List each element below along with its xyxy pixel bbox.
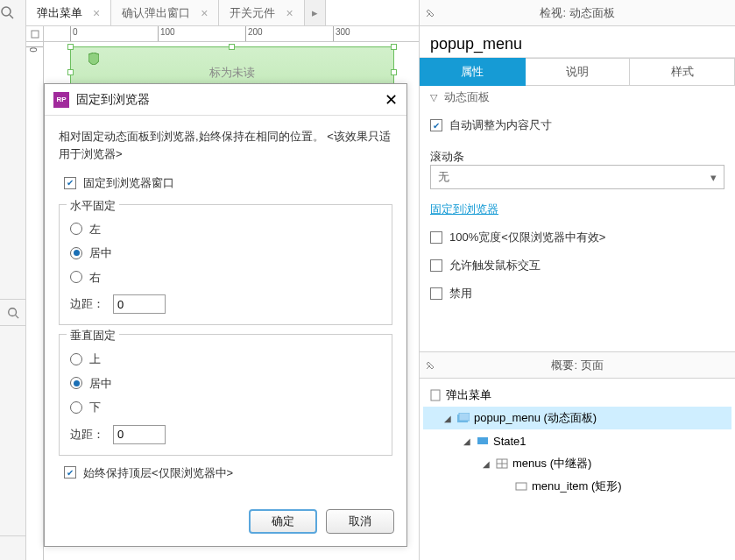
h-margin-label: 边距： <box>70 295 104 313</box>
v-margin-label: 边距： <box>70 426 104 443</box>
outline-state[interactable]: ◢ State1 <box>423 429 731 452</box>
pin-icon[interactable] <box>425 8 435 18</box>
outline-repeater[interactable]: ◢ menus (中继器) <box>423 452 731 475</box>
widget-name-input[interactable] <box>430 35 724 53</box>
rectangle-icon <box>514 482 528 491</box>
pin-icon[interactable] <box>425 360 435 371</box>
search-icon[interactable] <box>0 5 25 19</box>
inspector-panel: 检视: 动态面板 属性 说明 样式 ▽动态面板 自动调整为内容尺寸 滚动条 无▾… <box>419 0 735 560</box>
scrollbar-label: 滚动条 <box>430 149 724 165</box>
radio-top[interactable]: 上 <box>70 351 381 368</box>
close-icon[interactable]: × <box>286 6 293 20</box>
widget-name-field[interactable] <box>420 26 735 58</box>
svg-rect-8 <box>477 437 488 444</box>
svg-point-0 <box>2 7 11 16</box>
twisty-icon[interactable]: ◢ <box>442 414 453 423</box>
pin-checkbox[interactable]: 固定到浏览器窗口 <box>64 174 392 192</box>
autosize-checkbox[interactable]: 自动调整为内容尺寸 <box>430 117 724 133</box>
radio-bottom[interactable]: 下 <box>70 399 381 416</box>
svg-rect-12 <box>516 483 527 490</box>
page-tab-3[interactable]: 开关元件× <box>219 0 304 25</box>
width100-checkbox[interactable]: 100%宽度<仅限浏览器中有效> <box>430 230 724 245</box>
tab-style[interactable]: 样式 <box>630 58 735 86</box>
pin-to-browser-link[interactable]: 固定到浏览器 <box>430 202 724 217</box>
inspector-header: 检视: 动态面板 <box>420 0 735 26</box>
twisty-icon[interactable]: ◢ <box>481 459 491 469</box>
outline-panel: 概要: 页面 弹出菜单 ◢ popup_menu (动态面板) ◢ State1 <box>420 351 735 560</box>
shield-icon <box>88 53 99 65</box>
outline-page[interactable]: 弹出菜单 <box>423 384 731 407</box>
horizontal-group: 水平固定 左 居中 右 边距： <box>59 204 392 326</box>
svg-rect-7 <box>459 413 470 421</box>
canvas-area: 弹出菜单× 确认弹出窗口× 开关元件× ▸ 0 100 200 300 0 标为… <box>26 0 419 560</box>
close-icon[interactable]: ✕ <box>385 90 398 110</box>
svg-line-1 <box>10 15 13 18</box>
section-dynamic-panel[interactable]: ▽动态面板 <box>430 89 724 105</box>
dynamic-panel-icon <box>456 413 470 423</box>
ruler-corner <box>26 26 44 42</box>
cancel-button[interactable]: 取消 <box>326 509 394 534</box>
panel-stub[interactable] <box>0 535 26 560</box>
ok-button[interactable]: 确定 <box>249 509 317 534</box>
tab-notes[interactable]: 说明 <box>526 58 631 86</box>
ruler-vertical: 0 <box>26 42 44 560</box>
widget-label: 标为未读 <box>209 65 255 81</box>
add-tab-button[interactable]: ▸ <box>305 0 326 25</box>
app-logo-icon: RP <box>53 92 69 108</box>
close-icon[interactable]: × <box>93 6 100 20</box>
svg-rect-2 <box>32 31 39 38</box>
vertical-group: 垂直固定 上 居中 下 边距： <box>59 334 392 456</box>
page-icon <box>428 389 442 401</box>
outline-popup[interactable]: ◢ popup_menu (动态面板) <box>423 407 731 429</box>
close-icon[interactable]: × <box>201 6 208 20</box>
repeater-icon <box>495 458 509 469</box>
page-tabs: 弹出菜单× 确认弹出窗口× 开关元件× ▸ <box>26 0 419 26</box>
pin-to-browser-dialog: RP 固定到浏览器 ✕ 相对固定动态面板到浏览器,始终保持在相同的位置。 <该效… <box>44 83 407 547</box>
outline-item[interactable]: menu_item (矩形) <box>423 475 731 498</box>
twisty-icon[interactable]: ◢ <box>462 436 472 446</box>
page-tab-2[interactable]: 确认弹出窗口× <box>111 0 219 25</box>
keep-front-checkbox[interactable]: 始终保持顶层<仅限浏览器中> <box>64 464 392 482</box>
dialog-title: 固定到浏览器 <box>76 92 378 108</box>
svg-line-4 <box>15 315 18 318</box>
h-margin-input[interactable] <box>113 294 166 314</box>
trigger-mouse-checkbox[interactable]: 允许触发鼠标交互 <box>430 258 724 273</box>
page-tab-1[interactable]: 弹出菜单× <box>26 0 111 25</box>
chevron-down-icon: ▾ <box>710 171 717 184</box>
state-icon <box>476 436 490 445</box>
v-margin-input[interactable] <box>113 425 166 444</box>
radio-left[interactable]: 左 <box>70 221 381 238</box>
svg-rect-5 <box>431 390 440 401</box>
radio-middle[interactable]: 居中 <box>70 375 381 393</box>
tab-properties[interactable]: 属性 <box>420 58 526 86</box>
radio-center[interactable]: 居中 <box>70 245 381 262</box>
disabled-checkbox[interactable]: 禁用 <box>430 286 724 301</box>
dialog-hint: 相对固定动态面板到浏览器,始终保持在相同的位置。 <该效果只适用于浏览器> <box>59 128 392 162</box>
ruler-horizontal: 0 100 200 300 <box>44 26 419 42</box>
scrollbar-select[interactable]: 无▾ <box>430 165 724 189</box>
svg-point-3 <box>8 308 16 315</box>
radio-right[interactable]: 右 <box>70 269 381 287</box>
search-icon[interactable] <box>0 299 26 325</box>
bottom-left-panels <box>0 299 26 560</box>
